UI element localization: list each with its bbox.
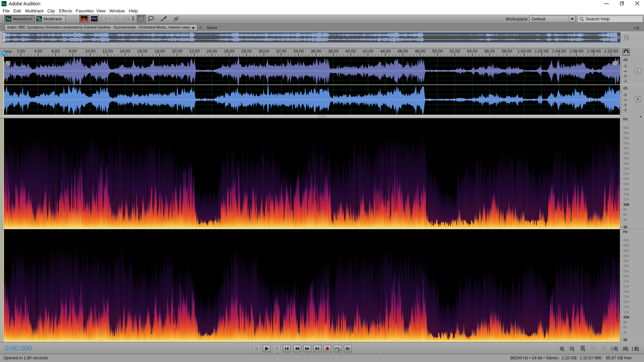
svg-text:dB: dB [623,58,628,62]
svg-text:28k: 28k [623,269,629,273]
svg-text:34k: 34k [623,141,629,145]
svg-text:4k: 4k [623,330,627,335]
svg-text:16k: 16k [623,187,629,191]
svg-text:26k: 26k [623,162,629,166]
svg-text:8k: 8k [623,320,627,324]
svg-text:30k: 30k [623,264,629,268]
svg-text:-3: -3 [623,79,627,83]
svg-text:Hz: Hz [623,117,628,121]
svg-text:18k: 18k [623,182,629,186]
svg-text:40k: 40k [623,126,629,130]
svg-text:34k: 34k [623,254,629,258]
svg-text:18k: 18k [623,295,629,299]
svg-text:36k: 36k [623,136,629,140]
svg-text:-9: -9 [623,93,627,97]
svg-text:24k: 24k [623,167,629,171]
svg-text:Hz: Hz [623,230,628,234]
svg-text:36k: 36k [623,249,629,253]
svg-text:-9: -9 [623,64,627,68]
svg-text:-9: -9 [623,103,627,107]
svg-text:14k: 14k [623,305,629,309]
svg-text:-9: -9 [623,74,627,78]
svg-text:-3: -3 [623,108,627,112]
svg-text:20k: 20k [623,177,629,181]
svg-text:14k: 14k [623,192,629,196]
svg-text:1k: 1k [623,225,628,229]
svg-text:4k: 4k [623,218,627,222]
svg-text:dB: dB [623,86,628,90]
svg-text:16k: 16k [623,300,629,304]
svg-text:8k: 8k [623,207,627,212]
svg-text:28k: 28k [623,156,629,160]
svg-text:6k: 6k [623,325,627,329]
svg-text:10k: 10k [623,202,630,206]
svg-text:12k: 12k [623,310,629,314]
svg-text:24k: 24k [623,279,629,283]
svg-text:-∞: -∞ [623,69,627,73]
svg-text:30k: 30k [623,151,629,155]
svg-text:1k: 1k [623,338,628,342]
svg-text:32k: 32k [623,259,629,263]
svg-text:R: R [637,97,639,101]
svg-text:-∞: -∞ [623,98,627,102]
svg-text:22k: 22k [623,172,629,176]
svg-text:38k: 38k [623,131,629,135]
svg-text:10k: 10k [623,315,630,319]
svg-text:L: L [637,69,639,73]
svg-text:20k: 20k [623,290,629,294]
svg-text:32k: 32k [623,146,629,150]
svg-text:22k: 22k [623,284,629,288]
svg-text:12k: 12k [623,197,629,201]
svg-text:6k: 6k [623,213,627,217]
svg-text:40k: 40k [623,238,629,242]
svg-text:38k: 38k [623,243,629,247]
svg-text:26k: 26k [623,274,629,278]
